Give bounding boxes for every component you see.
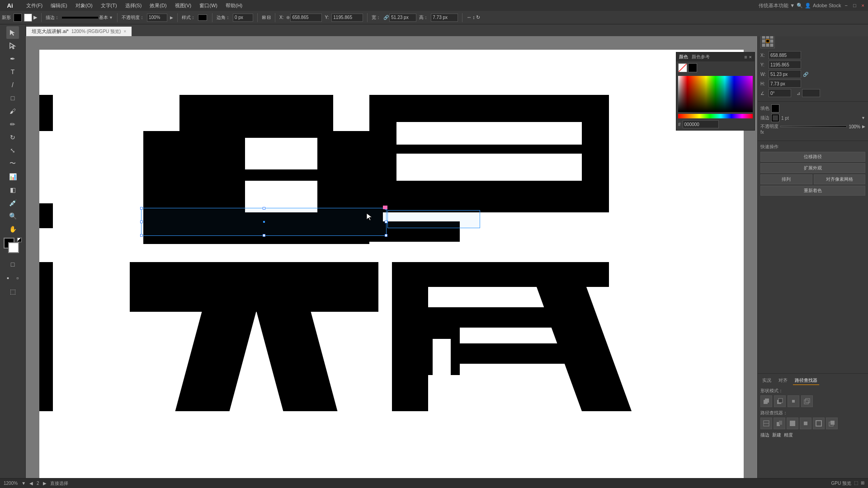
menu-view[interactable]: 视图(V) <box>171 1 195 10</box>
paintbrush-tool[interactable]: 🖌 <box>6 105 19 117</box>
x-input[interactable]: 658.885 <box>769 51 801 59</box>
rect-tool[interactable]: □ <box>6 92 19 104</box>
exclude-btn[interactable] <box>801 395 813 407</box>
menu-edit[interactable]: 编辑(E) <box>47 1 71 10</box>
color-hue-bar[interactable] <box>678 114 753 118</box>
panel-close-icon[interactable]: × <box>749 54 752 60</box>
crop-btn[interactable] <box>800 418 811 429</box>
flip-v-icon[interactable]: ↕ <box>472 14 475 20</box>
zoom-control[interactable]: ▼ <box>21 481 26 486</box>
page-prev-btn[interactable]: ◀ <box>29 481 33 486</box>
btab-realtime[interactable]: 实况 <box>760 376 773 385</box>
stroke-swatch-toolbar[interactable] <box>24 14 32 22</box>
menu-effect[interactable]: 效果(D) <box>146 1 170 10</box>
pen-tool[interactable]: ✒ <box>6 52 19 65</box>
text-tool[interactable]: T <box>6 66 19 78</box>
rotate-tool[interactable]: ↻ <box>6 131 19 144</box>
handle-br[interactable] <box>385 234 387 237</box>
new-anchor-label[interactable]: 新建 <box>772 432 781 438</box>
align-icon1[interactable]: ⊞ <box>262 14 266 20</box>
stroke-dropdown-icon[interactable]: ▼ <box>109 15 113 20</box>
recolor-btn[interactable]: 重新着色 <box>760 186 865 196</box>
menu-file[interactable]: 文件(F) <box>23 1 46 10</box>
color-spectrum[interactable] <box>678 76 753 112</box>
selection-tool[interactable] <box>6 26 19 39</box>
w-input[interactable]: 51.23 px <box>389 14 416 22</box>
opacity-input[interactable] <box>147 14 167 22</box>
pencil-tool[interactable]: ✏ <box>6 118 19 131</box>
hex-input[interactable]: 000000 <box>683 120 719 128</box>
opacity-expand[interactable]: ▶ <box>862 124 865 129</box>
handle-tl[interactable] <box>140 207 143 210</box>
normal-mode[interactable]: □ <box>6 258 19 271</box>
handle-ml[interactable] <box>140 221 143 223</box>
fill-swatch-toolbar[interactable] <box>14 14 22 22</box>
snap-edge-label[interactable]: 描边 <box>760 432 769 438</box>
btab-pathfinder[interactable]: 路径查找器 <box>793 376 819 385</box>
stroke-selector[interactable]: 基本 ▼ <box>62 14 113 21</box>
graph-tool[interactable]: 📊 <box>6 170 19 183</box>
user-icon[interactable]: 👤 <box>805 3 811 9</box>
scale-tool[interactable]: ⤡ <box>6 144 19 157</box>
anchor-mr[interactable] <box>770 39 774 43</box>
none-swatch[interactable] <box>678 63 687 72</box>
opacity-track[interactable] <box>780 126 847 127</box>
warp-tool[interactable]: 〜 <box>6 157 19 170</box>
view-mode-2[interactable]: ▫ <box>13 272 22 284</box>
minus-back-btn[interactable] <box>826 418 838 429</box>
panel-menu-icon[interactable]: ≡ <box>744 54 747 60</box>
rotate-icon[interactable]: ↻ <box>476 14 480 20</box>
tab-close-btn[interactable]: × <box>123 29 126 34</box>
handle-tm[interactable] <box>263 207 265 210</box>
gradient-tool[interactable]: ◧ <box>6 183 19 196</box>
w-input[interactable]: 51.23 px <box>769 70 801 78</box>
color-ref-tab[interactable]: 颜色参考 <box>692 54 710 60</box>
link-proportional-icon[interactable]: 🔗 <box>803 72 808 77</box>
stroke-color-swatch[interactable] <box>771 114 779 122</box>
expand-appearance-btn[interactable]: 扩展外观 <box>760 163 865 173</box>
flip-h-icon[interactable]: ↔ <box>467 14 472 20</box>
stroke-dropdown[interactable]: ▼ <box>861 116 865 120</box>
angle-input[interactable]: 0° <box>769 89 791 97</box>
menu-object[interactable]: 对象(O) <box>72 1 96 10</box>
align-icon2[interactable]: ⊟ <box>267 14 271 20</box>
line-tool[interactable]: / <box>6 79 19 91</box>
status-icon1[interactable]: ⬚ <box>854 480 858 487</box>
arrange-btn[interactable]: 排列 <box>760 174 812 184</box>
merge-btn[interactable] <box>787 418 798 429</box>
maximize-btn[interactable]: □ <box>851 3 858 8</box>
hand-tool[interactable]: ✋ <box>6 223 19 235</box>
menu-window[interactable]: 窗口(W) <box>196 1 221 10</box>
view-mode-1[interactable]: ▪ <box>4 272 13 284</box>
unite-btn[interactable] <box>760 395 772 407</box>
handle-bl[interactable] <box>140 234 143 237</box>
fill-color-swatch[interactable] <box>771 104 779 113</box>
x-coord-input[interactable]: 658.865 <box>290 14 322 22</box>
precision-label[interactable]: 精度 <box>784 432 793 438</box>
h-input[interactable]: 7.73 px <box>431 14 458 22</box>
direct-selection-tool[interactable] <box>6 39 19 52</box>
menu-help[interactable]: 帮助(H) <box>222 1 246 10</box>
status-icon2[interactable]: ⊞ <box>861 480 864 487</box>
y-coord-input[interactable]: 1195.865 <box>331 14 363 22</box>
intersect-btn[interactable] <box>788 395 799 407</box>
opacity-expand-icon[interactable]: ▶ <box>170 15 173 20</box>
anchor-ml[interactable] <box>762 39 765 43</box>
search-icon[interactable]: 🔍 <box>797 3 803 9</box>
handle-bm[interactable] <box>263 234 265 237</box>
default-colors-icon[interactable] <box>17 238 22 242</box>
menu-text[interactable]: 文字(T) <box>97 1 121 10</box>
anchor-center[interactable] <box>766 39 769 43</box>
black-swatch[interactable] <box>688 63 697 72</box>
menu-select[interactable]: 选择(S) <box>122 1 146 10</box>
page-next-btn[interactable]: ▶ <box>43 481 47 486</box>
divide-btn[interactable] <box>760 418 772 429</box>
shear-input[interactable] <box>802 89 820 97</box>
h-input[interactable]: 7.73 px <box>769 80 801 88</box>
zoom-tool[interactable]: 🔍 <box>6 210 19 222</box>
anchor-bm[interactable] <box>766 43 769 47</box>
artboard-tool[interactable]: ⬚ <box>6 285 19 298</box>
eyedropper-tool[interactable]: 💉 <box>6 197 19 209</box>
offset-path-btn[interactable]: 位移路径 <box>760 152 865 162</box>
btab-align[interactable]: 对齐 <box>777 376 789 385</box>
